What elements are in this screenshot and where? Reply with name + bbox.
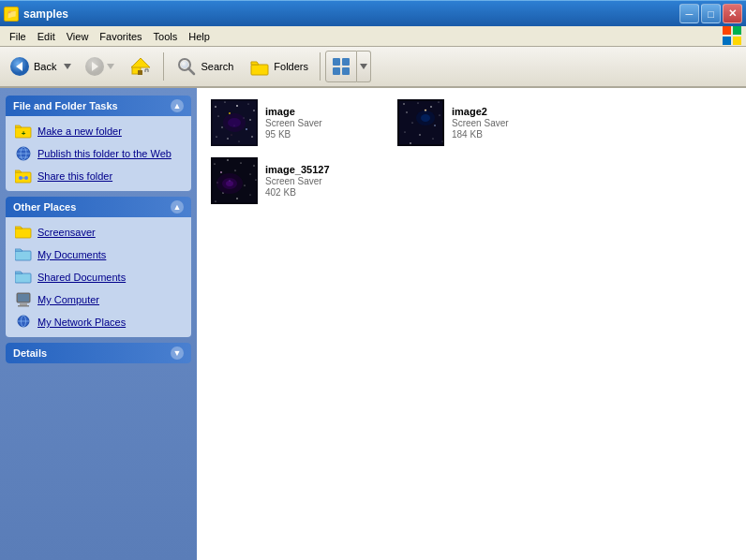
svg-point-76 xyxy=(432,138,433,139)
details-title: Details xyxy=(13,347,47,359)
svg-point-89 xyxy=(250,174,251,175)
svg-rect-0 xyxy=(723,26,731,35)
svg-rect-3 xyxy=(733,37,741,45)
file-size-image2: 184 KB xyxy=(452,129,509,140)
window-title: samples xyxy=(23,7,68,21)
other-places-header[interactable]: Other Places ▲ xyxy=(6,197,191,217)
file-name-image3: image_35127 xyxy=(265,164,330,175)
file-type-image2: Screen Saver xyxy=(452,118,509,128)
svg-rect-19 xyxy=(333,67,340,75)
place-shared-documents[interactable]: Shared Documents xyxy=(13,268,184,287)
svg-rect-34 xyxy=(15,273,31,283)
svg-point-47 xyxy=(248,104,249,105)
forward-icon xyxy=(83,55,106,78)
svg-line-14 xyxy=(188,68,194,74)
svg-point-83 xyxy=(214,163,215,164)
tasks-body: + Make a new folder xyxy=(6,116,191,191)
menu-edit[interactable]: Edit xyxy=(32,29,61,44)
place-my-documents[interactable]: My Documents xyxy=(13,245,184,264)
task-publish[interactable]: Publish this folder to the Web xyxy=(13,144,184,163)
svg-point-69 xyxy=(406,111,407,112)
menu-tools[interactable]: Tools xyxy=(148,29,184,44)
svg-point-31 xyxy=(24,176,28,180)
svg-point-88 xyxy=(234,169,235,170)
tasks-header[interactable]: File and Folder Tasks ▲ xyxy=(6,96,191,116)
back-button[interactable]: Back xyxy=(4,51,61,82)
menu-favorites[interactable]: Favorites xyxy=(94,29,147,44)
place-my-network[interactable]: My Network Places xyxy=(13,313,184,332)
svg-point-86 xyxy=(253,165,254,166)
place-shared-documents-label: Shared Documents xyxy=(37,272,126,283)
search-label: Search xyxy=(201,61,233,72)
svg-rect-1 xyxy=(733,26,741,35)
svg-point-84 xyxy=(227,159,229,161)
svg-point-100 xyxy=(226,181,233,186)
file-name-image2: image2 xyxy=(452,106,509,117)
svg-point-44 xyxy=(215,106,216,108)
forward-button[interactable] xyxy=(77,51,121,82)
svg-point-93 xyxy=(256,180,257,181)
main-area: File and Folder Tasks ▲ + Make a new fol… xyxy=(0,88,746,560)
my-documents-icon xyxy=(15,246,32,263)
svg-point-95 xyxy=(236,198,238,199)
file-size-image: 95 KB xyxy=(265,129,322,140)
svg-point-68 xyxy=(438,101,439,102)
tasks-collapse-icon: ▲ xyxy=(171,99,184,112)
svg-point-45 xyxy=(224,101,225,102)
svg-point-72 xyxy=(411,122,412,123)
place-my-network-label: My Network Places xyxy=(37,317,126,328)
file-item-image2[interactable]: image2 Screen Saver 184 KB xyxy=(391,96,574,150)
shared-documents-icon xyxy=(15,269,32,286)
separator-1 xyxy=(163,52,164,81)
other-places-title: Other Places xyxy=(13,201,76,213)
tasks-section: File and Folder Tasks ▲ + Make a new fol… xyxy=(6,96,191,191)
menu-file[interactable]: File xyxy=(4,29,32,44)
file-item-image3[interactable]: image_35127 Screen Saver 402 KB xyxy=(204,154,387,208)
file-type-image: Screen Saver xyxy=(265,118,322,128)
svg-point-60 xyxy=(231,135,232,136)
svg-point-15 xyxy=(181,61,188,68)
svg-point-65 xyxy=(403,103,404,104)
svg-marker-21 xyxy=(360,64,367,69)
task-share[interactable]: Share this folder xyxy=(13,167,184,185)
up-icon xyxy=(129,55,152,78)
place-screensaver[interactable]: Screensaver xyxy=(13,223,184,242)
folders-button[interactable]: Folders xyxy=(242,51,315,82)
back-dropdown-button[interactable] xyxy=(61,51,75,82)
details-header[interactable]: Details ▼ xyxy=(6,343,191,363)
menu-view[interactable]: View xyxy=(61,29,95,44)
place-my-computer-label: My Computer xyxy=(37,294,99,305)
screensaver-folder-icon xyxy=(15,224,32,241)
details-section: Details ▼ xyxy=(6,343,191,363)
title-bar: 📁 samples ─ □ ✕ xyxy=(0,0,746,26)
file-area: image Screen Saver 95 KB xyxy=(197,88,746,560)
svg-point-49 xyxy=(217,115,218,116)
views-button[interactable] xyxy=(325,51,357,82)
file-item-image[interactable]: image Screen Saver 95 KB xyxy=(204,96,387,150)
task-share-label: Share this folder xyxy=(37,170,112,182)
window-controls: ─ □ ✕ xyxy=(679,4,742,23)
file-info-image3: image_35127 Screen Saver 402 KB xyxy=(265,164,330,198)
up-button[interactable] xyxy=(123,51,158,82)
back-label: Back xyxy=(34,61,56,72)
share-icon xyxy=(15,168,32,184)
svg-rect-38 xyxy=(18,305,29,307)
task-new-folder[interactable]: + Make a new folder xyxy=(13,122,184,140)
separator-2 xyxy=(320,52,321,81)
toolbar: Back xyxy=(0,47,746,88)
minimize-button[interactable]: ─ xyxy=(679,4,699,23)
file-thumb-image2 xyxy=(397,99,444,146)
place-my-computer[interactable]: My Computer xyxy=(13,290,184,309)
svg-rect-20 xyxy=(342,67,350,75)
svg-point-53 xyxy=(221,126,222,127)
maximize-button[interactable]: □ xyxy=(701,4,721,23)
svg-rect-36 xyxy=(18,294,29,302)
menu-help[interactable]: Help xyxy=(183,29,216,44)
svg-point-75 xyxy=(419,134,420,135)
search-button[interactable]: Search xyxy=(169,51,240,82)
close-button[interactable]: ✕ xyxy=(723,4,742,23)
svg-point-46 xyxy=(236,105,238,107)
svg-point-55 xyxy=(246,128,247,130)
views-dropdown-button[interactable] xyxy=(357,51,371,82)
place-my-documents-label: My Documents xyxy=(37,249,106,260)
